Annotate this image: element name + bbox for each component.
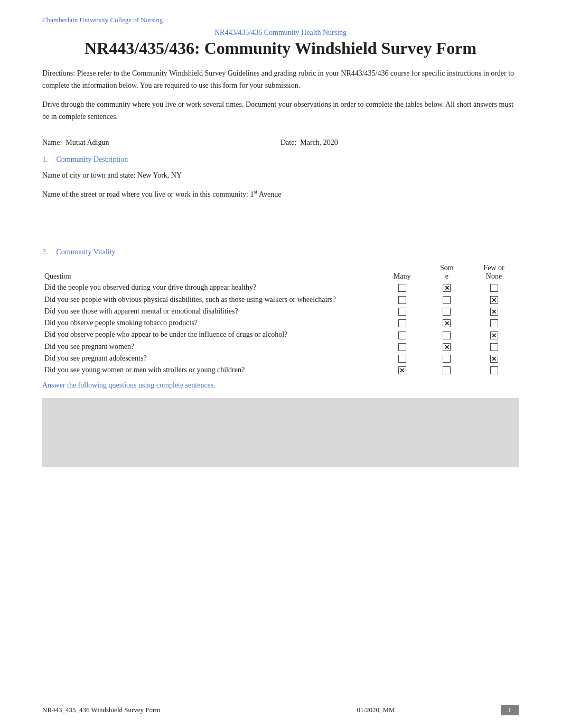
name-date-row: Name: Mutiat Adigun Date: March, 2020	[42, 139, 519, 147]
checkbox-many-row7[interactable]	[398, 366, 406, 374]
section1-heading: 1. Community Description	[42, 155, 519, 164]
table-row: Did the people you observed during your …	[42, 282, 380, 293]
city-value: New York, NY	[137, 171, 182, 179]
directions-para2: Drive through the community where you li…	[42, 99, 519, 123]
name-section: Name: Mutiat Adigun	[42, 139, 280, 147]
table-row: Did you see pregnant women?	[42, 341, 380, 353]
checkbox-many-row6[interactable]	[398, 355, 406, 363]
th-few: Few orNone	[469, 263, 519, 282]
checkbox-few-row1[interactable]	[490, 296, 498, 304]
checkbox-some-row5[interactable]	[443, 343, 451, 351]
spacer1	[42, 206, 519, 248]
city-label: Name of city or town and state:	[42, 171, 136, 179]
street-end: Avenue	[259, 190, 282, 198]
checkbox-many-row1[interactable]	[398, 296, 406, 304]
checkbox-few-row3[interactable]	[490, 319, 498, 327]
name-value: Mutiat Adigun	[66, 139, 109, 146]
checkbox-some-row4[interactable]	[443, 331, 451, 339]
checkbox-some-row2[interactable]	[443, 308, 451, 316]
checkbox-many-row0[interactable]	[398, 284, 406, 292]
city-line: Name of city or town and state: New York…	[42, 169, 519, 182]
section2-heading: 2. Community Vitality	[42, 248, 519, 256]
checkbox-few-row6[interactable]	[490, 355, 498, 363]
th-some: Some	[424, 263, 469, 282]
table-row: Did you observe people smoking tobacco p…	[42, 317, 380, 329]
page-number: 1	[501, 705, 519, 715]
table-row: Did you see people with obvious physical…	[42, 293, 380, 305]
footer: NR443_435_436 Windshield Survey Form 01/…	[42, 705, 519, 715]
footer-right: 1	[487, 705, 519, 715]
checkbox-few-row4[interactable]	[490, 331, 498, 339]
street-label: Name of the street or road where you liv…	[42, 190, 248, 198]
th-many: Many	[380, 263, 425, 282]
footer-center: 01/2020_MM	[265, 706, 487, 714]
gray-answer-box[interactable]	[42, 398, 519, 467]
subtitle: NR443/435/436 Community Health Nursing	[42, 29, 519, 37]
checkbox-few-row2[interactable]	[490, 308, 498, 316]
section2-title: Community Vitality	[57, 248, 116, 256]
answer-note: Answer the following questions using com…	[42, 381, 519, 390]
checkbox-few-row5[interactable]	[490, 343, 498, 351]
checkbox-few-row7[interactable]	[490, 366, 498, 374]
date-section: Date: March, 2020	[280, 139, 519, 147]
street-line: Name of the street or road where you liv…	[42, 187, 519, 200]
section2-number: 2.	[42, 248, 48, 256]
name-label: Name:	[42, 139, 62, 146]
checkbox-some-row0[interactable]	[443, 284, 451, 292]
street-superscript: st	[254, 189, 257, 195]
checkbox-some-row6[interactable]	[443, 355, 451, 363]
table-row: Did you observe people who appear to be …	[42, 329, 380, 340]
main-title: NR443/435/436: Community Windshield Surv…	[42, 38, 519, 58]
checkbox-some-row1[interactable]	[443, 296, 451, 304]
checkbox-some-row3[interactable]	[443, 319, 451, 327]
checkbox-many-row5[interactable]	[398, 343, 406, 351]
checkbox-many-row3[interactable]	[398, 319, 406, 327]
th-question: Question	[42, 263, 380, 282]
date-label: Date:	[280, 139, 296, 146]
checkbox-few-row0[interactable]	[490, 284, 498, 292]
footer-left: NR443_435_436 Windshield Survey Form	[42, 706, 265, 714]
university-name: Chamberlain University College of Nursin…	[42, 16, 519, 24]
date-value: March, 2020	[300, 139, 338, 146]
section1-number: 1.	[42, 155, 48, 164]
directions-para1: Directions: Please refer to the Communit…	[42, 68, 519, 91]
table-row: Did you see those with apparent mental o…	[42, 306, 380, 317]
header-block: Chamberlain University College of Nursin…	[42, 16, 519, 58]
checkbox-many-row4[interactable]	[398, 331, 406, 339]
vitality-table: Question Many Some Few orNone Did the pe…	[42, 263, 519, 376]
checkbox-many-row2[interactable]	[398, 308, 406, 316]
page: Chamberlain University College of Nursin…	[0, 0, 561, 728]
section1-title: Community Description	[57, 155, 128, 164]
table-row: Did you see young women or men with stro…	[42, 364, 380, 376]
checkbox-some-row7[interactable]	[443, 366, 451, 374]
table-row: Did you see pregnant adolescents?	[42, 353, 380, 364]
